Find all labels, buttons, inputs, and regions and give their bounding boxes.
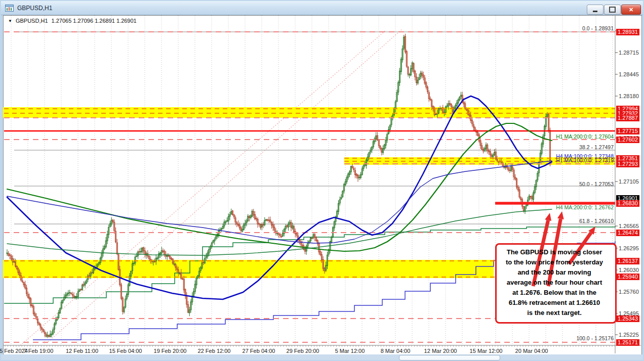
restore-button[interactable] xyxy=(604,5,621,15)
annotation-text: The GBPUSD is moving closer to the low p… xyxy=(497,247,612,318)
window-title: GBPUSD,H1 xyxy=(17,5,52,12)
minimize-icon xyxy=(593,11,597,12)
chart-window-icon xyxy=(5,5,14,12)
horizontal-scrollbar[interactable] xyxy=(1,354,643,360)
restore-icon xyxy=(609,7,616,13)
scrollbar-thumb[interactable] xyxy=(399,355,500,360)
symbol-label: GBPUSD,H1 xyxy=(16,18,48,24)
mt4-child-window: GBPUSD,H1 ✕ ▼ GBPUSD,H1 1.27065 1.27096 … xyxy=(0,0,644,361)
ohlc-values: 1.27065 1.27096 1.26891 1.26901 xyxy=(52,18,137,24)
minimize-button[interactable] xyxy=(587,5,603,15)
close-button[interactable]: ✕ xyxy=(621,5,641,15)
window-titlebar[interactable]: GBPUSD,H1 ✕ xyxy=(1,1,643,15)
chevron-down-icon[interactable]: ▼ xyxy=(8,19,12,23)
symbol-ohlc-readout: ▼ GBPUSD,H1 1.27065 1.27096 1.26891 1.26… xyxy=(8,18,137,24)
